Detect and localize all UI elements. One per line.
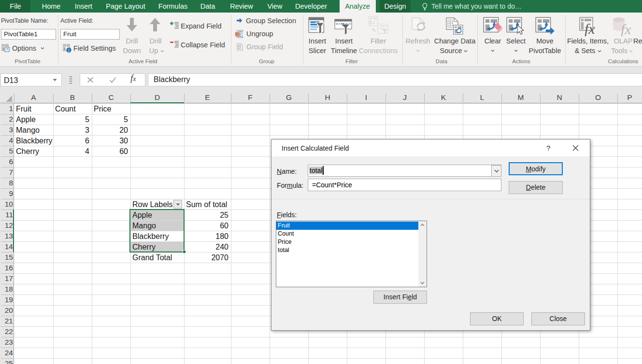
svg-text:7: 7: [239, 46, 241, 49]
svg-text:fx: fx: [585, 21, 595, 36]
svg-text:fx: fx: [621, 21, 631, 36]
